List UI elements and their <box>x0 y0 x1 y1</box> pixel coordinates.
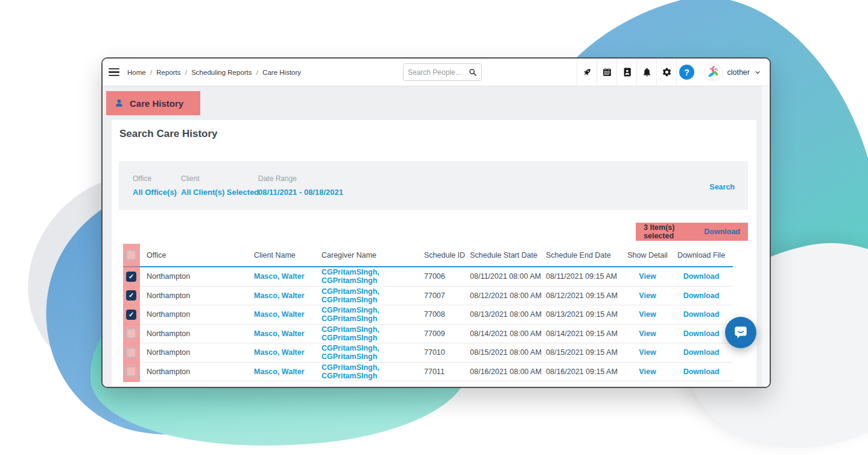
cell-caregiver-link[interactable]: CGPritamSIngh, CGPritamSIngh <box>322 287 424 304</box>
select-all-checkbox[interactable] <box>126 250 136 260</box>
table-header-download-file: Download File <box>670 251 733 259</box>
filter-client-value[interactable]: All Client(s) Selected <box>181 188 259 197</box>
cell-end-date: 08/16/2021 09:15 AM <box>546 368 626 376</box>
breadcrumb: Home / Reports / Scheduling Reports / Ca… <box>127 69 301 76</box>
row-checkbox[interactable] <box>126 290 136 301</box>
gear-icon <box>662 67 672 77</box>
person-icon <box>114 98 124 109</box>
scrollbar-track[interactable] <box>762 86 770 387</box>
table-header-row: Office Client Name Caregiver Name Schedu… <box>123 244 733 267</box>
download-link[interactable]: Download <box>670 348 733 357</box>
row-checkbox[interactable] <box>126 366 136 377</box>
download-link[interactable]: Download <box>670 310 733 319</box>
cell-office: Northampton <box>147 310 254 319</box>
rocket-button[interactable] <box>577 59 597 86</box>
download-link[interactable]: Download <box>670 329 733 338</box>
view-link[interactable]: View <box>626 329 670 338</box>
cell-client-link[interactable]: Masco, Walter <box>254 310 322 319</box>
page-title-banner: Care History <box>106 91 200 115</box>
help-button[interactable]: ? <box>676 59 696 86</box>
page-title: Care History <box>130 98 183 109</box>
cell-office: Northampton <box>147 368 254 376</box>
cell-schedule-id: 77010 <box>424 348 470 357</box>
cell-end-date: 08/14/2021 09:15 AM <box>546 329 626 338</box>
cell-start-date: 08/16/2021 08:00 AM <box>470 368 546 376</box>
row-checkbox[interactable] <box>126 310 136 320</box>
bulk-download-button[interactable]: Download <box>704 228 740 236</box>
filter-client: Client All Client(s) Selected <box>181 174 259 197</box>
filter-office-value[interactable]: All Office(s) <box>133 188 177 197</box>
notifications-button[interactable] <box>636 59 656 86</box>
help-icon: ? <box>679 65 694 80</box>
view-link[interactable]: View <box>626 272 670 281</box>
calendar-button[interactable] <box>597 59 616 86</box>
breadcrumb-item-scheduling-reports[interactable]: Scheduling Reports <box>191 69 252 76</box>
top-navbar: Home / Reports / Scheduling Reports / Ca… <box>103 59 770 86</box>
table-row: Northampton Masco, Walter CGPritamSIngh,… <box>123 287 733 306</box>
menu-hamburger-icon[interactable] <box>109 68 119 76</box>
cell-caregiver-link[interactable]: CGPritamSIngh, CGPritamSIngh <box>322 268 424 285</box>
cell-schedule-id: 77009 <box>424 329 470 338</box>
company-logo-icon <box>706 65 721 80</box>
cell-caregiver-link[interactable]: CGPritamSIngh, CGPritamSIngh <box>322 363 424 380</box>
cell-client-link[interactable]: Masco, Walter <box>254 368 322 376</box>
view-link[interactable]: View <box>626 348 670 357</box>
navbar-actions: ? clother <box>577 59 770 86</box>
cell-schedule-id: 77006 <box>424 272 470 281</box>
username-label: clother <box>727 68 750 77</box>
search-icon[interactable] <box>468 68 477 77</box>
row-checkbox[interactable] <box>126 348 136 358</box>
view-link[interactable]: View <box>626 310 670 319</box>
cell-end-date: 08/13/2021 09:15 AM <box>546 310 626 319</box>
table-header-end-date: Schedule End Date <box>546 251 626 259</box>
cell-start-date: 08/15/2021 08:00 AM <box>470 348 546 357</box>
download-link[interactable]: Download <box>670 291 733 300</box>
cell-client-link[interactable]: Masco, Walter <box>254 291 322 300</box>
filter-date-range-value[interactable]: 08/11/2021 - 08/18/2021 <box>258 188 343 197</box>
rocket-icon <box>582 67 592 77</box>
filter-client-label: Client <box>181 174 259 183</box>
view-link[interactable]: View <box>626 368 670 376</box>
table-row: Northampton Masco, Walter CGPritamSIngh,… <box>123 267 733 287</box>
cell-caregiver-link[interactable]: CGPritamSIngh, CGPritamSIngh <box>322 344 424 361</box>
table-row: Northampton Masco, Walter CGPritamSIngh,… <box>123 343 733 363</box>
user-profile-menu[interactable]: clother <box>696 63 770 81</box>
breadcrumb-item-care-history: Care History <box>262 69 301 76</box>
breadcrumb-item-reports[interactable]: Reports <box>156 69 180 76</box>
cell-office: Northampton <box>147 329 254 338</box>
breadcrumb-item-home[interactable]: Home <box>127 69 146 76</box>
table-header-caregiver: Caregiver Name <box>322 251 424 259</box>
cell-caregiver-link[interactable]: CGPritamSIngh, CGPritamSIngh <box>322 325 424 342</box>
download-link[interactable]: Download <box>670 272 733 281</box>
cell-client-link[interactable]: Masco, Walter <box>254 329 322 338</box>
cell-end-date: 08/12/2021 09:15 AM <box>546 291 626 300</box>
cell-caregiver-link[interactable]: CGPritamSIngh, CGPritamSIngh <box>322 306 424 323</box>
page-background: { "navbar": { "breadcrumb": { "items": [… <box>0 0 868 455</box>
cell-schedule-id: 77011 <box>424 368 470 376</box>
cell-office: Northampton <box>147 272 254 281</box>
app-window: Home / Reports / Scheduling Reports / Ca… <box>101 57 771 388</box>
cell-office: Northampton <box>147 348 254 357</box>
search-link[interactable]: Search <box>709 183 735 191</box>
company-logo-avatar <box>704 63 723 81</box>
contacts-button[interactable] <box>616 59 636 86</box>
chevron-down-icon <box>754 69 761 76</box>
settings-button[interactable] <box>656 59 676 86</box>
contacts-book-icon <box>622 67 632 77</box>
cell-start-date: 08/12/2021 08:00 AM <box>470 291 546 300</box>
download-link[interactable]: Download <box>670 368 733 376</box>
cell-end-date: 08/11/2021 09:15 AM <box>546 272 626 281</box>
cell-start-date: 08/13/2021 08:00 AM <box>470 310 546 319</box>
chat-bubble-icon <box>733 325 749 340</box>
breadcrumb-separator: / <box>185 69 187 76</box>
search-input[interactable] <box>408 68 468 77</box>
cell-end-date: 08/15/2021 09:15 AM <box>546 348 626 357</box>
people-search-box <box>403 63 482 81</box>
chat-widget-button[interactable] <box>725 317 756 348</box>
row-checkbox[interactable] <box>126 272 136 282</box>
cell-client-link[interactable]: Masco, Walter <box>254 272 322 281</box>
cell-client-link[interactable]: Masco, Walter <box>254 348 322 357</box>
row-checkbox[interactable] <box>126 328 136 339</box>
cell-schedule-id: 77008 <box>424 310 470 319</box>
view-link[interactable]: View <box>626 291 670 300</box>
